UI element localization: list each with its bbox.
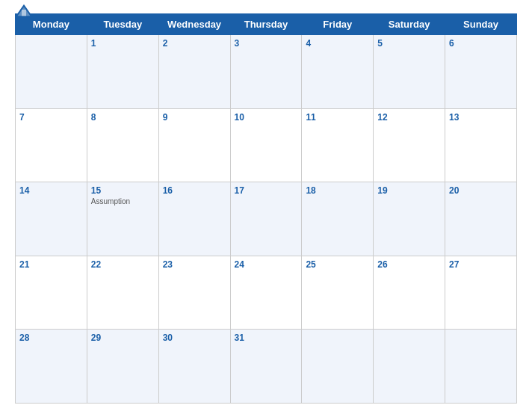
day-number: 31 — [235, 333, 298, 343]
day-number: 27 — [449, 259, 513, 270]
calendar-cell: 26 — [374, 256, 445, 330]
weekday-header-sunday: Sunday — [445, 14, 517, 35]
calendar-cell: 29 — [87, 330, 158, 404]
day-number: 25 — [306, 259, 369, 270]
calendar-cell: 31 — [230, 330, 302, 404]
calendar-cell: 15Assumption — [87, 182, 158, 256]
calendar-cell: 12 — [374, 108, 445, 182]
weekday-header-row: MondayTuesdayWednesdayThursdayFridaySatu… — [16, 14, 517, 35]
calendar-cell: 17 — [230, 182, 302, 256]
day-number: 16 — [163, 185, 226, 196]
calendar-week-row: 28293031 — [16, 330, 517, 404]
day-number: 20 — [449, 185, 513, 196]
day-number: 12 — [377, 112, 441, 123]
day-number: 7 — [19, 112, 83, 123]
day-number: 8 — [91, 112, 155, 123]
calendar-cell: 6 — [445, 35, 517, 109]
calendar-cell: 1 — [87, 35, 158, 109]
day-number: 1 — [91, 38, 155, 49]
weekday-header-thursday: Thursday — [230, 14, 302, 35]
day-number: 11 — [306, 112, 369, 123]
calendar-cell: 11 — [302, 108, 374, 182]
day-number: 19 — [377, 185, 441, 196]
calendar-cell: 25 — [302, 256, 374, 330]
day-number: 18 — [306, 185, 369, 196]
calendar-cell: 28 — [16, 330, 87, 404]
day-number: 21 — [19, 259, 83, 270]
day-number: 10 — [235, 112, 298, 123]
holiday-label: Assumption — [91, 197, 155, 206]
weekday-header-tuesday: Tuesday — [87, 14, 158, 35]
day-number: 14 — [19, 185, 83, 196]
calendar-cell — [374, 330, 445, 404]
calendar-cell: 2 — [158, 35, 230, 109]
logo-icon — [15, 4, 33, 17]
day-number: 13 — [449, 112, 513, 123]
day-number: 4 — [306, 38, 369, 49]
weekday-header-wednesday: Wednesday — [158, 14, 230, 35]
calendar-cell: 30 — [158, 330, 230, 404]
calendar-cell: 9 — [158, 108, 230, 182]
calendar-cell: 23 — [158, 256, 230, 330]
calendar-cell — [302, 330, 374, 404]
calendar-week-row: 78910111213 — [16, 108, 517, 182]
calendar-cell — [16, 35, 87, 109]
calendar-table: MondayTuesdayWednesdayThursdayFridaySatu… — [15, 13, 517, 404]
day-number: 3 — [235, 38, 298, 49]
logo — [15, 4, 33, 18]
day-number: 28 — [19, 333, 83, 343]
calendar-cell: 18 — [302, 182, 374, 256]
calendar-cell: 19 — [374, 182, 445, 256]
calendar-cell: 10 — [230, 108, 302, 182]
weekday-header-friday: Friday — [302, 14, 374, 35]
calendar-cell: 8 — [87, 108, 158, 182]
calendar-cell: 13 — [445, 108, 517, 182]
calendar-cell: 14 — [16, 182, 87, 256]
calendar-cell: 27 — [445, 256, 517, 330]
calendar-cell: 5 — [374, 35, 445, 109]
day-number: 24 — [235, 259, 298, 270]
day-number: 6 — [449, 38, 513, 49]
calendar-cell: 3 — [230, 35, 302, 109]
svg-rect-2 — [22, 10, 26, 16]
day-number: 22 — [91, 259, 155, 270]
calendar-cell: 16 — [158, 182, 230, 256]
calendar-cell: 21 — [16, 256, 87, 330]
day-number: 9 — [163, 112, 226, 123]
calendar-week-row: 21222324252627 — [16, 256, 517, 330]
day-number: 29 — [91, 333, 155, 343]
day-number: 17 — [235, 185, 298, 196]
day-number: 30 — [163, 333, 226, 343]
day-number: 26 — [377, 259, 441, 270]
day-number: 5 — [377, 38, 441, 49]
calendar-week-row: 123456 — [16, 35, 517, 109]
day-number: 15 — [91, 185, 155, 196]
calendar-cell — [445, 330, 517, 404]
calendar-cell: 22 — [87, 256, 158, 330]
calendar-cell: 4 — [302, 35, 374, 109]
day-number: 23 — [163, 259, 226, 270]
calendar-week-row: 1415Assumption1617181920 — [16, 182, 517, 256]
calendar-cell: 20 — [445, 182, 517, 256]
day-number: 2 — [163, 38, 226, 49]
weekday-header-saturday: Saturday — [374, 14, 445, 35]
calendar-cell: 24 — [230, 256, 302, 330]
calendar-cell: 7 — [16, 108, 87, 182]
